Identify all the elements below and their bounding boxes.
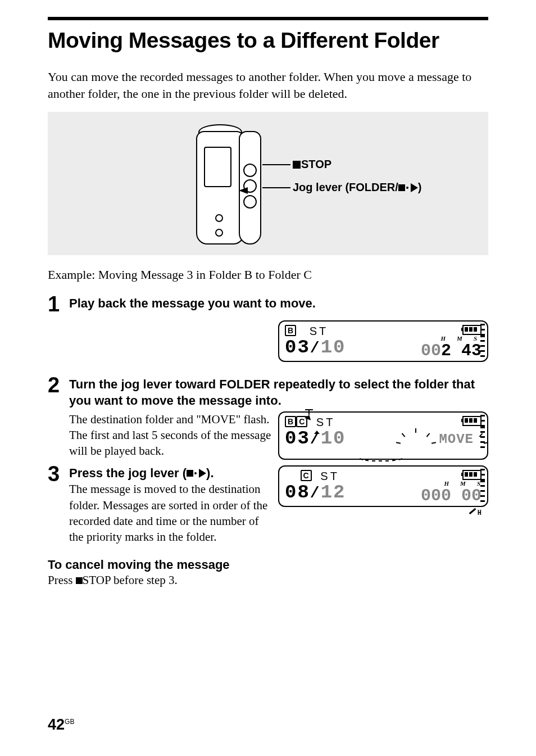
folder-icon: B <box>285 325 296 336</box>
play-icon <box>411 183 418 192</box>
step-number-3: 3 <box>48 463 69 546</box>
cancel-text: Press STOP before step 3. <box>48 572 488 588</box>
stop-icon <box>76 577 83 584</box>
pen-icon <box>469 506 478 515</box>
cancel-heading: To cancel moving the message <box>48 558 488 572</box>
step-number-2: 2 <box>48 374 69 409</box>
folder-icon: C <box>301 470 312 481</box>
stop-icon <box>398 184 405 191</box>
step3-text: The message is moved to the destination … <box>69 481 271 545</box>
lcd-display-1: B ST 03/10 HMS 002 43 <box>278 320 488 362</box>
play-icon <box>199 469 206 478</box>
page-number: 42GB <box>48 716 74 734</box>
battery-icon <box>462 470 482 480</box>
lcd-display-2: BC ST 03/10 MOVE <box>278 411 488 460</box>
folder-icon: B <box>285 416 296 427</box>
device-illustration: STOP Jog lever (FOLDER/) <box>48 112 488 255</box>
page-title: Moving Messages to a Different Folder <box>48 28 488 53</box>
callout-stop: STOP <box>293 158 331 171</box>
callout-jog: Jog lever (FOLDER/) <box>293 181 421 194</box>
lcd-display-3: C ST 08/12 HMS 000 00 H <box>278 465 488 507</box>
stop-icon <box>293 161 301 169</box>
battery-icon <box>462 325 482 335</box>
stop-icon <box>187 470 193 477</box>
folder-icon: C <box>296 416 307 427</box>
step-number-1: 1 <box>48 293 69 315</box>
intro-paragraph: You can move the recorded messages to an… <box>48 69 488 102</box>
step3-heading: Press the jog lever (). <box>69 465 271 482</box>
battery-icon <box>462 416 482 426</box>
example-text: Example: Moving Message 3 in Folder B to… <box>48 268 488 282</box>
step2-heading: Turn the jog lever toward FOLDER repeate… <box>69 377 488 409</box>
step1-heading: Play back the message you want to move. <box>69 296 488 312</box>
step2-text: The destination folder and "MOVE" flash.… <box>69 411 278 459</box>
